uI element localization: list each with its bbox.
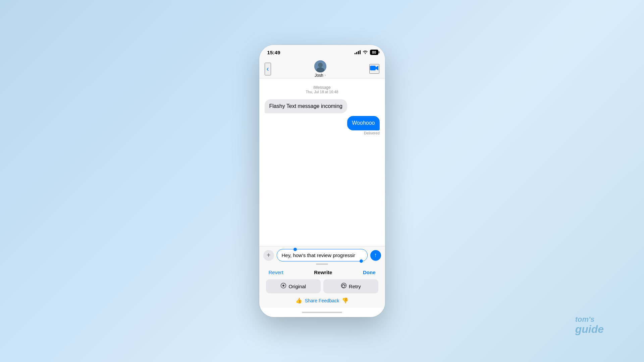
done-button[interactable]: Done xyxy=(360,268,378,277)
battery-icon: 80 xyxy=(370,50,378,55)
thumbs-up-button[interactable]: 👍 xyxy=(296,297,302,304)
share-feedback-label[interactable]: Share Feedback xyxy=(305,298,339,303)
input-area: + ↑ Revert Rewrite Done xyxy=(259,246,385,308)
text-input-wrapper xyxy=(277,249,368,261)
drag-handle xyxy=(316,263,328,265)
incoming-message-row: Flashy Text message incoming xyxy=(265,99,380,113)
send-icon: ↑ xyxy=(374,252,377,258)
video-call-button[interactable] xyxy=(369,64,379,74)
action-buttons-row: Original Retry xyxy=(263,279,381,296)
signal-bars-icon xyxy=(355,50,361,54)
contact-name: Josh xyxy=(315,73,323,78)
svg-point-1 xyxy=(318,63,323,67)
thumbs-down-icon: 👎 xyxy=(342,297,348,304)
cursor-handle-bottom xyxy=(360,259,363,263)
retry-button[interactable]: Retry xyxy=(323,279,378,293)
cursor-handle-top xyxy=(293,248,297,251)
incoming-bubble: Flashy Text message incoming xyxy=(265,99,347,113)
phone-frame: 15:49 80 ‹ xyxy=(259,45,385,317)
feedback-row: 👍 Share Feedback 👎 xyxy=(263,296,381,306)
svg-rect-3 xyxy=(370,66,376,70)
original-icon xyxy=(280,283,286,290)
status-bar: 15:49 80 xyxy=(259,45,385,60)
nav-bar: ‹ Josh › xyxy=(259,60,385,78)
message-timestamp: iMessage Thu, Jul 18 at 16:48 xyxy=(265,85,380,94)
delivery-status: Delivered xyxy=(364,131,379,135)
home-bar xyxy=(302,312,342,313)
original-label: Original xyxy=(288,284,306,289)
revert-button[interactable]: Revert xyxy=(266,268,286,277)
back-button[interactable]: ‹ xyxy=(265,63,271,75)
outgoing-bubble: Woohooo xyxy=(347,116,379,130)
input-row: + ↑ xyxy=(263,249,381,261)
thumbs-down-button[interactable]: 👎 xyxy=(342,297,348,304)
send-button[interactable]: ↑ xyxy=(370,250,381,261)
outgoing-message-row: Woohooo Delivered xyxy=(265,116,380,135)
svg-point-5 xyxy=(282,285,284,287)
message-input[interactable] xyxy=(277,249,368,261)
retry-icon xyxy=(341,283,347,290)
thumbs-up-icon: 👍 xyxy=(296,297,302,304)
chat-area: iMessage Thu, Jul 18 at 16:48 Flashy Tex… xyxy=(259,78,385,246)
status-time: 15:49 xyxy=(267,50,280,55)
nav-center: Josh › xyxy=(314,60,326,78)
status-icons: 80 xyxy=(355,50,378,55)
retry-label: Retry xyxy=(349,284,361,289)
watermark: tom's guide xyxy=(575,315,604,335)
home-indicator xyxy=(259,308,385,317)
avatar[interactable] xyxy=(314,60,326,72)
wifi-icon xyxy=(363,50,368,55)
rewrite-toolbar: Revert Rewrite Done xyxy=(263,266,381,279)
original-button[interactable]: Original xyxy=(266,279,321,293)
chevron-icon: › xyxy=(325,73,326,77)
rewrite-title: Rewrite xyxy=(314,269,332,275)
add-attachment-button[interactable]: + xyxy=(263,250,274,261)
